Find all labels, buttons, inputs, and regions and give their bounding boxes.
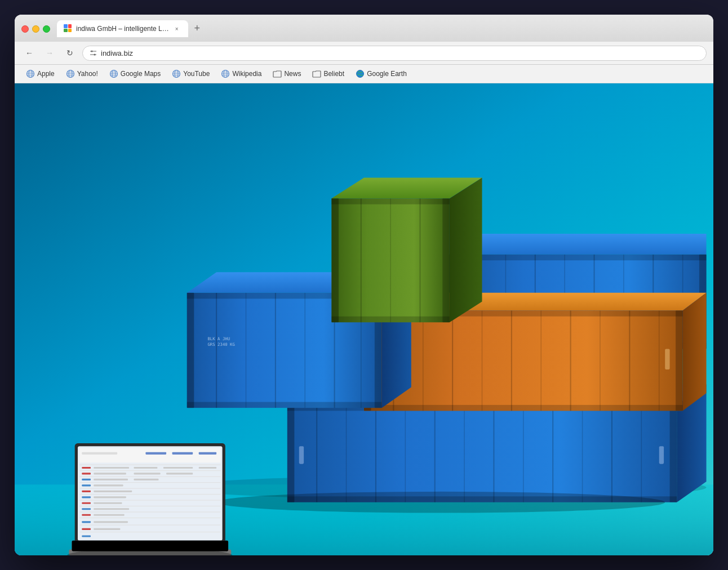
bookmark-google-earth-label: Google Earth — [367, 70, 407, 78]
svg-rect-147 — [82, 502, 91, 504]
svg-marker-109 — [450, 178, 482, 323]
svg-rect-126 — [163, 467, 193, 469]
bookmark-apple[interactable]: Apple — [21, 67, 59, 81]
browser-window: indiwa GmbH – intelligente L… × + ← → ↻ … — [15, 15, 713, 555]
svg-rect-34 — [287, 405, 677, 502]
svg-rect-161 — [79, 532, 220, 532]
svg-rect-142 — [94, 491, 132, 492]
close-button[interactable] — [21, 25, 29, 33]
globe-icon-yahoo — [66, 69, 75, 78]
new-tab-button[interactable]: + — [189, 20, 205, 36]
content-area: BLK A JHU GRS 2340 KG — [15, 83, 713, 555]
svg-rect-110 — [331, 198, 339, 322]
svg-marker-82 — [683, 293, 707, 411]
globe-icon — [26, 69, 35, 78]
earth-icon — [356, 69, 365, 78]
tab-title: indiwa GmbH – intelligente L… — [76, 25, 169, 33]
svg-rect-158 — [79, 525, 220, 526]
svg-rect-156 — [82, 521, 91, 523]
bookmark-google-maps-label: Google Maps — [121, 70, 161, 78]
bookmark-youtube-label: YouTube — [183, 70, 210, 78]
svg-rect-117 — [79, 448, 220, 462]
reload-button[interactable]: ↻ — [62, 45, 78, 61]
svg-rect-127 — [199, 467, 216, 469]
nav-bar: ← → ↻ indiwa.biz — [15, 42, 713, 65]
minimize-button[interactable] — [32, 25, 39, 33]
forward-button[interactable]: → — [42, 45, 57, 61]
svg-rect-50 — [670, 405, 677, 502]
svg-rect-130 — [94, 473, 126, 474]
bookmarks-bar: Apple Yahoo! Google Maps — [15, 65, 713, 83]
svg-rect-154 — [94, 514, 124, 516]
svg-rect-144 — [82, 496, 91, 498]
bookmark-google-maps[interactable]: Google Maps — [105, 67, 165, 81]
folder-icon-beliebt — [312, 69, 321, 78]
svg-rect-141 — [82, 491, 91, 492]
bookmark-wikipedia-label: Wikipedia — [232, 70, 261, 78]
svg-rect-68 — [447, 255, 707, 260]
svg-text:GRS 2340 KG: GRS 2340 KG — [207, 342, 235, 347]
svg-rect-125 — [134, 467, 157, 469]
svg-rect-111 — [442, 198, 450, 322]
url-text: indiwa.biz — [101, 49, 133, 57]
svg-rect-146 — [79, 500, 220, 501]
svg-rect-119 — [145, 452, 166, 455]
bookmark-yahoo[interactable]: Yahoo! — [61, 67, 103, 81]
svg-rect-122 — [79, 465, 220, 465]
svg-rect-53 — [299, 446, 304, 464]
bookmark-apple-label: Apple — [37, 70, 55, 78]
svg-rect-132 — [166, 473, 193, 474]
svg-rect-139 — [94, 484, 123, 486]
svg-rect-162 — [82, 535, 91, 537]
svg-rect-136 — [134, 479, 158, 480]
svg-rect-112 — [331, 198, 450, 204]
svg-rect-133 — [79, 477, 220, 477]
svg-rect-138 — [82, 484, 91, 486]
svg-rect-88 — [665, 349, 669, 369]
svg-rect-129 — [82, 473, 91, 474]
svg-rect-84 — [676, 310, 683, 411]
hero-background: BLK A JHU GRS 2340 KG — [15, 83, 713, 555]
svg-rect-121 — [199, 452, 216, 455]
tab-favicon — [64, 24, 73, 33]
bookmark-beliebt[interactable]: Beliebt — [308, 67, 349, 81]
container-scene: BLK A JHU GRS 2340 KG — [15, 83, 713, 555]
svg-rect-86 — [364, 405, 683, 411]
svg-rect-153 — [82, 514, 91, 516]
address-bar[interactable]: indiwa.biz — [82, 46, 707, 61]
svg-rect-150 — [82, 508, 91, 510]
globe-icon-maps — [109, 69, 118, 78]
svg-rect-160 — [94, 528, 120, 530]
maximize-button[interactable] — [43, 25, 50, 33]
title-bar: indiwa GmbH – intelligente L… × + — [15, 15, 713, 42]
bookmark-google-earth[interactable]: Google Earth — [351, 67, 411, 81]
tab-close-button[interactable]: × — [172, 24, 181, 33]
svg-rect-137 — [79, 482, 220, 483]
svg-rect-101 — [187, 402, 382, 408]
svg-rect-54 — [659, 446, 664, 464]
svg-rect-143 — [79, 494, 220, 495]
svg-rect-70 — [364, 310, 683, 411]
svg-rect-155 — [79, 518, 220, 518]
svg-rect-49 — [287, 405, 295, 502]
svg-rect-120 — [172, 452, 193, 455]
svg-rect-140 — [79, 488, 220, 489]
svg-rect-149 — [79, 506, 220, 506]
bookmark-news[interactable]: News — [268, 67, 305, 81]
bookmark-youtube[interactable]: YouTube — [167, 67, 214, 81]
traffic-lights — [21, 25, 50, 33]
globe-icon-yt — [172, 69, 181, 78]
active-tab[interactable]: indiwa GmbH – intelligente L… × — [57, 20, 188, 37]
bookmark-news-label: News — [284, 70, 301, 78]
svg-rect-128 — [79, 470, 220, 471]
tune-icon — [90, 49, 97, 57]
bookmark-wikipedia[interactable]: Wikipedia — [216, 67, 266, 81]
svg-rect-98 — [187, 293, 194, 408]
globe-icon-wiki — [221, 69, 230, 78]
svg-rect-124 — [94, 467, 129, 469]
svg-rect-113 — [331, 317, 450, 322]
back-button[interactable]: ← — [21, 45, 37, 61]
svg-rect-157 — [94, 521, 128, 523]
svg-rect-131 — [134, 473, 160, 474]
svg-rect-118 — [82, 452, 117, 455]
